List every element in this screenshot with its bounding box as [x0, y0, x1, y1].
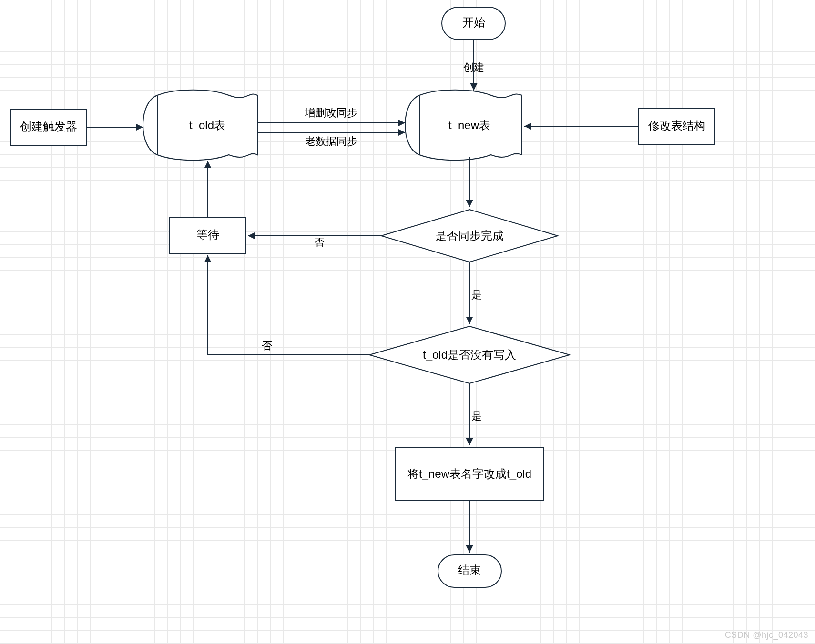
- node-decision-write-label: t_old是否没有写入: [423, 348, 516, 361]
- edge-yes2-label: 是: [471, 410, 482, 422]
- node-rename: 将t_new表名字改成t_old: [396, 448, 543, 500]
- watermark: CSDN @hjc_042043: [725, 630, 808, 640]
- edge-sync-iud: 增删改同步: [257, 107, 405, 123]
- node-t-old-label: t_old表: [189, 119, 225, 131]
- edge-create: 创建: [463, 40, 484, 91]
- edge-create-label: 创建: [463, 61, 484, 73]
- node-end-label: 结束: [458, 564, 481, 576]
- node-alter-schema: 修改表结构: [639, 109, 715, 144]
- node-t-new: t_new表: [405, 90, 522, 161]
- node-start-label: 开始: [462, 16, 485, 29]
- node-decision-write: t_old是否没有写入: [369, 326, 570, 383]
- edge-sync-old: 老数据同步: [257, 132, 405, 147]
- edge-yes1: 是: [469, 262, 482, 324]
- node-create-trigger: 创建触发器: [10, 110, 87, 145]
- flowchart-svg: 开始 创建 t_old表 t_new表 创建触发器 修改表结构 增删改同步 老数…: [0, 0, 815, 644]
- edge-no2: 否: [208, 255, 369, 355]
- node-t-old: t_old表: [143, 90, 257, 161]
- node-rename-label: 将t_new表名字改成t_old: [407, 467, 531, 480]
- edge-sync-iud-label: 增删改同步: [305, 107, 357, 119]
- node-t-new-label: t_new表: [448, 119, 490, 131]
- edge-no1: 否: [248, 236, 381, 248]
- edge-yes2: 是: [469, 383, 482, 445]
- edge-yes1-label: 是: [471, 289, 482, 301]
- node-wait: 等待: [170, 218, 246, 253]
- node-wait-label: 等待: [196, 228, 219, 241]
- node-start: 开始: [442, 7, 505, 40]
- node-decision-sync-label: 是否同步完成: [435, 229, 504, 242]
- node-decision-sync: 是否同步完成: [381, 210, 558, 262]
- node-end: 结束: [438, 555, 501, 587]
- node-create-trigger-label: 创建触发器: [20, 120, 77, 133]
- edge-sync-old-label: 老数据同步: [305, 135, 357, 147]
- node-alter-schema-label: 修改表结构: [648, 119, 705, 132]
- edge-no1-label: 否: [314, 236, 325, 248]
- edge-no2-label: 否: [262, 340, 272, 352]
